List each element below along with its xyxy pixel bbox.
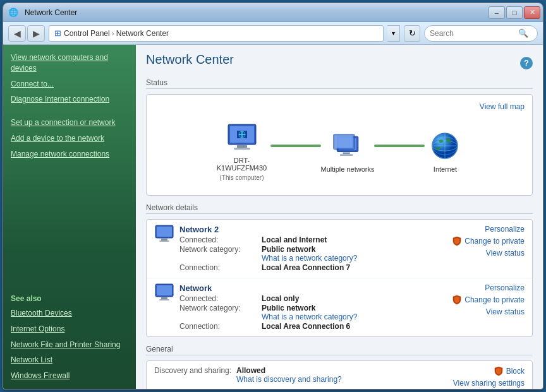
svg-rect-28 [159, 299, 169, 300]
view-sharing-settings-link[interactable]: View sharing settings [453, 379, 525, 388]
network-1-change-private-container: Change to private [449, 295, 525, 305]
title-bar: 🌐 Network Center – □ ✕ [3, 3, 543, 22]
svg-rect-2 [237, 145, 247, 148]
network-1-connection-label: Connection: [179, 322, 262, 331]
refresh-button[interactable]: ↻ [404, 25, 420, 42]
network-2-change-private-link[interactable]: Change to private [464, 237, 525, 246]
network-map: View full map [146, 94, 533, 196]
network-2-personalize-link[interactable]: Personalize [449, 225, 525, 234]
network-2-category-row: Network category: Public network What is… [179, 245, 444, 263]
network-1-category-value: Public network [262, 304, 357, 312]
network-2-name: Network 2 [179, 225, 444, 234]
internet-label: Internet [434, 165, 457, 173]
main-area: View network computers and devices Conne… [3, 45, 543, 389]
general-info: Allowed What is discovery and sharing? [236, 366, 453, 384]
network-1-personalize-link[interactable]: Personalize [449, 283, 525, 292]
network-entry-1: Network Connected: Local only Network ca… [147, 278, 532, 336]
main-window: 🌐 Network Center – □ ✕ ◀ ▶ ⊞ Control Pan… [3, 3, 543, 389]
title-bar-left: 🌐 Network Center [8, 8, 77, 17]
network-entry-0-header: Network 2 Connected: Local and Internet … [154, 225, 525, 273]
network-diagram: DRT-K1WUFZFM430 (This computer) [154, 116, 525, 187]
network-1-name: Network [179, 283, 444, 293]
network-1-change-private-link[interactable]: Change to private [464, 295, 525, 304]
multiple-networks-label: Multiple networks [321, 165, 375, 173]
network-entry-0: Network 2 Connected: Local and Internet … [147, 220, 532, 278]
network-entry-0-info: Network 2 Connected: Local and Internet … [179, 225, 444, 273]
details-section-label: Network details [146, 203, 533, 214]
sidebar-item-network-file-printer[interactable]: Network File and Printer Sharing [3, 337, 136, 353]
title-buttons: – □ ✕ [488, 6, 540, 19]
sidebar-tasks-section: Set up a connection or network Add a dev… [3, 115, 136, 162]
minimize-button[interactable]: – [488, 6, 505, 19]
general-section-label: General [146, 345, 533, 355]
general-discovery-link[interactable]: What is discovery and sharing? [236, 375, 453, 384]
computer-node-label: DRT-K1WUFZFM430 [214, 157, 270, 172]
view-full-map-container: View full map [154, 102, 525, 111]
breadcrumb-root[interactable]: Control Panel [64, 29, 110, 38]
svg-rect-7 [239, 134, 245, 135]
network-2-connection-value: Local Area Connection 7 [262, 263, 350, 272]
svg-rect-10 [343, 152, 350, 154]
sidebar-item-bluetooth[interactable]: Bluetooth Devices [3, 306, 136, 321]
network-node-internet: Internet [425, 131, 465, 173]
help-button[interactable]: ? [520, 57, 533, 69]
network-1-connection-row: Connection: Local Area Connection 6 [179, 322, 444, 331]
network-1-category-label: Network category: [179, 304, 262, 321]
network-line-1 [270, 145, 321, 147]
multiple-networks-icon [327, 131, 368, 163]
sidebar-item-internet-options[interactable]: Internet Options [3, 321, 136, 337]
sidebar-item-setup-connection[interactable]: Set up a connection or network [3, 115, 136, 131]
network-1-connected-label: Connected: [179, 294, 262, 303]
search-input[interactable] [430, 29, 518, 38]
block-link[interactable]: Block [506, 367, 525, 376]
svg-rect-3 [234, 148, 250, 150]
network-2-category-label: Network category: [179, 245, 262, 263]
sidebar-item-add-device[interactable]: Add a device to the network [3, 131, 136, 146]
address-dropdown[interactable]: ▾ [387, 25, 400, 42]
content-panel: Network Center ? Status View full map [136, 45, 543, 389]
sidebar-spacer [3, 162, 136, 276]
network-entry-0-icon [154, 225, 174, 242]
network-entry-1-info: Network Connected: Local only Network ca… [179, 283, 444, 331]
sidebar-item-connect-to[interactable]: Connect to... [3, 76, 136, 92]
svg-rect-27 [161, 297, 167, 299]
general-field-label: Discovery and sharing: [154, 366, 236, 375]
sidebar-item-diagnose[interactable]: Diagnose Internet connection [3, 92, 136, 107]
close-button[interactable]: ✕ [524, 6, 540, 19]
sidebar-item-view-network[interactable]: View network computers and devices [3, 50, 136, 76]
general-actions: Block View sharing settings [453, 366, 525, 388]
network-2-view-status-link[interactable]: View status [449, 249, 525, 258]
network-1-what-is-link[interactable]: What is a network category? [262, 312, 357, 321]
search-box: 🔍 [424, 25, 538, 42]
nav-buttons: ◀ ▶ [8, 25, 45, 42]
forward-button[interactable]: ▶ [27, 25, 45, 42]
network-1-category-row: Network category: Public network What is… [179, 304, 444, 321]
general-section: Discovery and sharing: Allowed What is d… [146, 360, 533, 389]
network-2-what-is-link[interactable]: What is a network category? [262, 254, 357, 263]
sidebar-item-network-list[interactable]: Network List [3, 352, 136, 368]
general-discovery-row: Discovery and sharing: Allowed What is d… [147, 361, 532, 389]
svg-rect-13 [335, 136, 353, 148]
block-container: Block [453, 366, 525, 376]
sidebar-item-windows-firewall[interactable]: Windows Firewall [3, 368, 136, 384]
view-full-map-link[interactable]: View full map [480, 102, 525, 111]
network-details: Network 2 Connected: Local and Internet … [146, 219, 533, 337]
network-node-multiple: Multiple networks [321, 131, 375, 173]
network-entry-1-icon [154, 283, 174, 301]
shield-icon-general [494, 366, 504, 376]
search-icon[interactable]: 🔍 [518, 28, 528, 38]
network-1-connection-value: Local Area Connection 6 [262, 322, 350, 331]
shield-icon-1 [452, 295, 462, 305]
maximize-button[interactable]: □ [506, 6, 523, 19]
back-button[interactable]: ◀ [8, 25, 26, 42]
address-bar: ◀ ▶ ⊞ Control Panel › Network Center ▾ ↻… [3, 22, 543, 45]
general-allowed-value: Allowed [236, 366, 453, 375]
network-1-view-status-link[interactable]: View status [449, 307, 525, 316]
computer-node-sublabel: (This computer) [219, 174, 264, 181]
status-section-label: Status [146, 78, 533, 89]
sidebar-item-manage-connections[interactable]: Manage network connections [3, 146, 136, 162]
globe-icon [425, 131, 465, 163]
network-1-category-info: Public network What is a network categor… [262, 304, 357, 321]
page-title: Network Center [146, 52, 234, 67]
window-title: Network Center [25, 8, 77, 17]
